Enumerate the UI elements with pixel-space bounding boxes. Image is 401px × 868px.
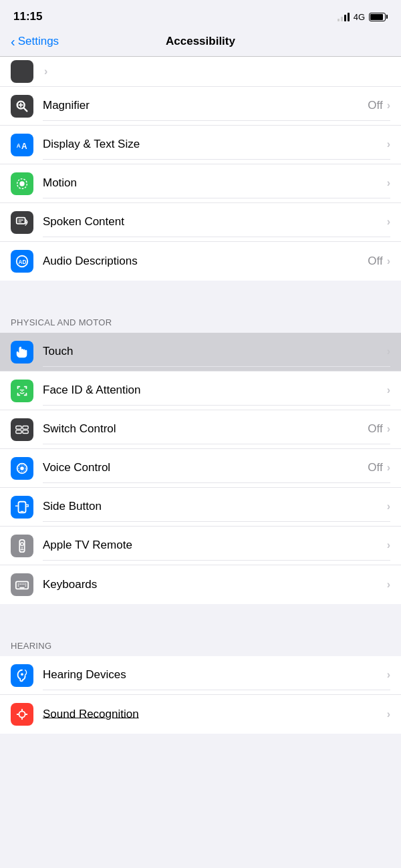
physical-motor-section: PHYSICAL AND MOTOR Touch › [0,304,401,604]
battery-icon [369,13,388,21]
motion-row[interactable]: Motion › [0,164,401,203]
face-id-content: Face ID & Attention › [43,376,390,406]
svg-text:A: A [17,142,21,148]
apple-tv-right: › [386,539,390,551]
keyboards-row[interactable]: Keyboards › [0,565,401,604]
face-id-icon [11,380,33,402]
motion-icon [11,172,33,195]
side-button-chevron-icon: › [387,500,390,513]
svg-rect-8 [17,217,25,223]
motion-chevron-icon: › [387,177,390,189]
motion-right: › [386,177,390,189]
touch-chevron-icon: › [387,345,390,357]
touch-label: Touch [43,345,73,358]
svg-point-21 [20,466,24,470]
display-text-label: Display & Text Size [43,138,140,151]
svg-rect-18 [16,430,21,433]
voice-control-content: Voice Control Off › [43,453,390,483]
status-time: 11:15 [13,10,42,23]
hearing-devices-chevron-icon: › [387,669,390,681]
side-button-icon [11,496,33,519]
audio-descriptions-icon: AD [11,250,33,273]
side-button-content: Side Button › [43,492,390,522]
magnifier-row[interactable]: Magnifier Off › [0,87,401,126]
svg-point-40 [19,711,25,717]
apple-tv-remote-row[interactable]: Apple TV Remote › [0,527,401,565]
keyboards-content: Keyboards › [43,570,390,599]
face-id-chevron-icon: › [387,384,390,396]
touch-icon [11,341,33,364]
page-title: Accessibility [166,35,235,48]
hearing-devices-row[interactable]: Hearing Devices › [0,656,401,695]
audio-descriptions-row[interactable]: AD Audio Descriptions Off › [0,242,401,281]
magnifier-content: Magnifier Off › [43,91,390,121]
switch-control-row[interactable]: Switch Control Off › [0,410,401,449]
hearing-header: HEARING [0,627,401,656]
side-button-right: › [386,500,390,513]
sound-recognition-row[interactable]: Sound Recognition › [0,695,401,734]
partial-top-row[interactable]: › [0,57,401,87]
spoken-content-row[interactable]: Spoken Content › [0,203,401,242]
section-break-hearing [0,604,401,627]
magnifier-label: Magnifier [43,99,90,112]
spoken-content-content: Spoken Content › [43,207,390,237]
back-button[interactable]: ‹ Settings [11,35,59,48]
svg-rect-17 [23,426,28,429]
vision-section: Magnifier Off › A A Display & Text Size … [0,87,401,281]
touch-right: › [386,345,390,357]
sound-recognition-label: Sound Recognition [43,708,139,721]
voice-control-chevron-icon: › [387,462,390,474]
svg-point-39 [21,673,23,676]
nav-bar: ‹ Settings Accessibility [0,29,401,57]
sound-recognition-chevron-icon: › [387,708,390,720]
touch-row[interactable]: Touch › [0,333,401,372]
audio-descriptions-content: Audio Descriptions Off › [43,247,390,276]
motion-label: Motion [43,176,77,190]
svg-rect-16 [16,426,21,429]
svg-point-6 [19,181,24,186]
magnifier-right: Off › [368,99,390,112]
hearing-devices-right: › [386,669,390,681]
sound-recognition-content: Sound Recognition › [43,700,390,729]
status-icons: 4G [338,12,388,22]
section-break-physical [0,281,401,304]
voice-control-icon [11,457,33,480]
apple-tv-label: Apple TV Remote [43,539,132,552]
apple-tv-content: Apple TV Remote › [43,531,390,561]
sound-recognition-icon [11,703,33,726]
keyboards-chevron-icon: › [387,579,390,591]
svg-rect-19 [23,430,28,433]
switch-control-label: Switch Control [43,422,116,436]
audio-descriptions-label: Audio Descriptions [43,255,138,268]
voice-control-row[interactable]: Voice Control Off › [0,449,401,488]
sound-recognition-right: › [386,708,390,720]
keyboards-label: Keyboards [43,578,97,591]
side-button-row[interactable]: Side Button › [0,488,401,527]
switch-control-icon [11,418,33,441]
hearing-devices-label: Hearing Devices [43,668,126,682]
network-label: 4G [354,12,365,22]
motion-content: Motion › [43,168,390,198]
spoken-content-label: Spoken Content [43,215,124,229]
svg-text:A: A [21,142,27,151]
display-text-size-icon: A A [11,134,33,156]
face-id-right: › [386,384,390,396]
switch-control-chevron-icon: › [387,423,390,435]
display-text-size-row[interactable]: A A Display & Text Size › [0,126,401,164]
hearing-section: HEARING Hearing Devices › [0,627,401,734]
magnifier-value: Off [368,99,382,112]
svg-point-13 [20,389,21,390]
face-id-label: Face ID & Attention [43,384,140,397]
switch-control-content: Switch Control Off › [43,414,390,444]
hearing-devices-content: Hearing Devices › [43,660,390,690]
apple-tv-icon [11,535,33,557]
audio-descriptions-value: Off [368,255,382,268]
audio-descriptions-chevron-icon: › [387,255,390,267]
signal-icon [338,12,350,21]
back-chevron-icon: ‹ [11,35,15,48]
face-id-row[interactable]: Face ID & Attention › [0,372,401,410]
svg-point-14 [23,389,24,390]
audio-descriptions-right: Off › [368,255,390,268]
touch-content: Touch › [43,337,390,367]
svg-point-27 [21,542,24,545]
